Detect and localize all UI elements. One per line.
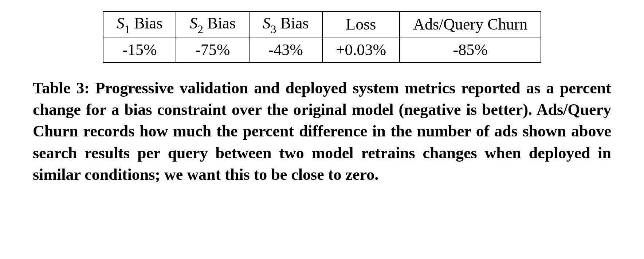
cell-ads-query-churn: -85% xyxy=(400,38,541,62)
col-header-ads-query-churn: Ads/Query Churn xyxy=(400,11,541,38)
col-header-s2-bias: S2 Bias xyxy=(176,11,249,38)
table-header-row: S1 Bias S2 Bias S3 Bias Loss Ads/Query C… xyxy=(103,11,541,38)
col-header-loss: Loss xyxy=(322,11,400,38)
table-row: -15% -75% -43% +0.03% -85% xyxy=(103,38,541,62)
cell-s3-bias: -43% xyxy=(249,38,322,62)
cell-s1-bias: -15% xyxy=(103,38,176,62)
header-sub: 3 xyxy=(271,23,276,36)
header-var: S xyxy=(117,14,125,32)
caption-label: Table 3: xyxy=(33,79,90,97)
header-sub: 1 xyxy=(125,23,130,36)
cell-loss: +0.03% xyxy=(322,38,400,62)
header-var: S xyxy=(263,14,271,32)
header-sub: 2 xyxy=(197,23,203,36)
header-var: S xyxy=(189,14,197,32)
header-suffix: Bias xyxy=(130,14,162,32)
metrics-table: S1 Bias S2 Bias S3 Bias Loss Ads/Query C… xyxy=(103,11,541,63)
col-header-s1-bias: S1 Bias xyxy=(103,11,176,38)
page-container: S1 Bias S2 Bias S3 Bias Loss Ads/Query C… xyxy=(0,0,644,200)
table-caption: Table 3: Progressive validation and depl… xyxy=(33,77,611,186)
header-suffix: Bias xyxy=(203,14,236,32)
col-header-s3-bias: S3 Bias xyxy=(249,11,322,38)
caption-text: Progressive validation and deployed syst… xyxy=(33,79,611,184)
cell-s2-bias: -75% xyxy=(176,38,249,62)
header-suffix: Bias xyxy=(276,14,309,32)
